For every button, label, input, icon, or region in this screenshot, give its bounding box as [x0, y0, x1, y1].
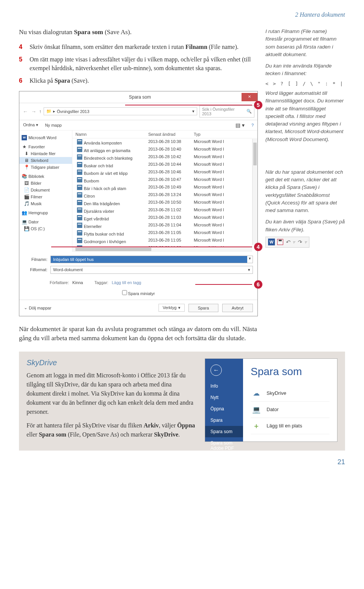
document-icon	[77, 238, 82, 243]
address-bar[interactable]: 📁 ▸ Övningsfiler 2013 ▾	[44, 107, 197, 115]
cancel-button[interactable]: Avbryt	[222, 304, 253, 312]
sidebar-item[interactable]: 🖥Skrivbord	[19, 157, 72, 164]
word-icon: W	[268, 239, 275, 245]
sidebar-item[interactable]: WMicrosoft Word	[19, 134, 72, 141]
horizontal-scrollbar[interactable]	[72, 247, 252, 252]
backstage-menu-item[interactable]: Öppna	[205, 403, 243, 415]
file-row[interactable]: Bär i häck och på stam2013-06-28 10:49Mi…	[72, 184, 257, 192]
document-icon	[77, 162, 82, 167]
file-row[interactable]: Buskar och träd2013-06-28 10:44Microsoft…	[72, 161, 257, 169]
page-number: 21	[19, 458, 345, 466]
filename-input[interactable]: Inbjudan till öppet hus▾	[50, 256, 253, 263]
document-icon	[77, 230, 82, 236]
save-button[interactable]: Spara	[188, 304, 218, 312]
sidebar-item[interactable]: 👥Hemgrupp	[19, 209, 72, 216]
backstage-menu-item[interactable]: Spara som Adobe PDF	[205, 437, 243, 454]
callout-6: 6	[254, 280, 262, 289]
file-row[interactable]: Godmorgon i lövhögen2013-06-28 11:05Micr…	[72, 237, 257, 245]
format-label: Filformat:	[24, 267, 50, 272]
sidebar-note-2: När du har sparat dokumentet och gett de…	[265, 168, 345, 248]
organize-menu[interactable]: Ordna ▾	[23, 123, 38, 127]
column-type[interactable]: Typ	[194, 132, 257, 137]
step-text: Om rätt mapp inte visas i adressfältet v…	[30, 55, 258, 72]
search-input[interactable]: Sök i Övningsfiler 2013 🔍	[199, 105, 254, 118]
word-icon: W	[22, 135, 27, 140]
file-row[interactable]: Använda komposten2013-06-28 10:38Microso…	[72, 138, 257, 146]
sidebar-item[interactable]: ★Favoriter	[19, 143, 72, 150]
sidebar-item[interactable]: 💾OS (C:)	[19, 225, 72, 232]
close-button[interactable]: ×	[242, 93, 257, 101]
sidebar-item[interactable]: 📄Dokument	[19, 187, 72, 193]
sidebar-item[interactable]: 🎵Musik	[19, 200, 72, 207]
help-button[interactable]: ?	[251, 123, 254, 127]
vertical-scrollbar[interactable]	[252, 139, 257, 245]
thumbnail-checkbox[interactable]	[122, 290, 127, 295]
column-name[interactable]: Namn	[72, 132, 148, 137]
file-row[interactable]: Djursäkra växter2013-06-28 11:02Microsof…	[72, 207, 257, 214]
file-row[interactable]: Att anlägga en gräsmatta2013-06-28 10:40…	[72, 146, 257, 154]
sidebar-item[interactable]: 📍Tidigare platser	[19, 164, 72, 171]
redo-icon: ↷	[297, 238, 302, 246]
backstage-menu-item[interactable]: Spara som	[205, 426, 243, 437]
save-location-option[interactable]: 💻Dator	[251, 402, 329, 418]
sidebar-item[interactable]: 🎬Filmer	[19, 193, 72, 200]
music-icon: 🎵	[24, 201, 29, 206]
chapter-header: 2 Hantera dokument	[19, 11, 345, 18]
drive-icon: 💾	[24, 226, 29, 231]
document-icon	[77, 200, 82, 205]
format-dropdown[interactable]: Word-dokument▾	[50, 266, 253, 274]
sidebar-item[interactable]: ⬇Hämtade filer	[19, 150, 72, 157]
save-location-option[interactable]: ＋Lägg till en plats	[251, 418, 329, 434]
step-list: 4 Skriv önskat filnamn, som ersätter den…	[19, 42, 258, 85]
search-icon: 🔍	[246, 109, 252, 114]
file-row[interactable]: Eget vårdträd2013-06-28 11:03Microsoft W…	[72, 214, 257, 222]
sidebar-item[interactable]: 📚Bibliotek	[19, 173, 72, 180]
library-icon: 📚	[22, 174, 27, 179]
callout-4: 4	[254, 243, 262, 251]
hide-folders-button[interactable]: ⌄Dölj mappar	[24, 305, 51, 310]
author-value[interactable]: Kinna	[72, 280, 83, 285]
homegroup-icon: 👥	[22, 210, 27, 215]
file-row[interactable]: Citron2013-06-28 13:24Microsoft Word I	[72, 192, 257, 199]
tools-menu[interactable]: Verktyg▾	[158, 304, 185, 312]
sidebar-item[interactable]: 💻Dator	[19, 218, 72, 225]
up-button[interactable]: ↑	[39, 109, 41, 114]
box-paragraph: För att hantera filer på SkyDrive visar …	[27, 421, 197, 439]
backstage-menu-item[interactable]: Nytt	[205, 392, 243, 403]
document-icon	[77, 147, 82, 152]
document-icon	[77, 139, 82, 145]
step-number: 6	[19, 76, 30, 85]
dialog-title: Spara som	[38, 94, 242, 100]
computer-icon: 💻	[251, 405, 262, 415]
continuation-text: När dokumentet är sparat kan du avsluta …	[19, 325, 262, 343]
backstage-menu-item[interactable]: Info	[205, 380, 243, 392]
tags-value[interactable]: Lägg till en tagg	[112, 280, 141, 285]
save-as-dialog: Spara som × ← → ↑ 📁 ▸ Övningsfiler 2013 …	[19, 91, 258, 316]
backstage-menu-item[interactable]: Spara	[205, 415, 243, 426]
document-icon	[77, 223, 82, 228]
recent-icon: 📍	[24, 165, 29, 170]
forward-button[interactable]: →	[31, 108, 37, 115]
document-icon	[77, 170, 82, 175]
view-button[interactable]: ▤ ▾	[235, 122, 245, 128]
box-paragraph: Genom att logga in med ditt Microsoft-ko…	[27, 371, 197, 416]
file-row[interactable]: Den lilla trädgården2013-06-28 10:50Micr…	[72, 199, 257, 207]
column-date[interactable]: Senast ändrad	[148, 132, 194, 137]
videos-icon: 🎬	[24, 194, 29, 199]
file-row[interactable]: Eterneller2013-06-28 11:04Microsoft Word…	[72, 222, 257, 229]
back-button[interactable]: ←	[210, 364, 222, 376]
back-button[interactable]: ←	[22, 108, 28, 115]
save-location-option[interactable]: ☁SkyDrive	[251, 385, 329, 402]
folder-icon: 📁	[46, 109, 52, 114]
pictures-icon: 🖼	[24, 181, 29, 186]
cloud-icon: ☁	[251, 388, 262, 398]
sidebar-note-1: I rutan Filnamn (File name) föreslår pro…	[265, 28, 345, 143]
file-row[interactable]: Flytta buskar och träd2013-06-28 11:05Mi…	[72, 229, 257, 237]
file-row[interactable]: Buxbom är värt ett klipp2013-06-28 10:46…	[72, 169, 257, 176]
computer-icon: 💻	[22, 219, 27, 225]
new-folder-button[interactable]: Ny mapp	[45, 123, 62, 127]
file-row[interactable]: Buxbom2013-06-28 10:47Microsoft Word I	[72, 176, 257, 184]
sidebar-item[interactable]: 🖼Bilder	[19, 180, 72, 187]
file-row[interactable]: Bindestreck och blanksteg2013-06-28 10:4…	[72, 154, 257, 161]
backstage-view: ← Info Nytt Öppna Spara Spara som Spara …	[205, 358, 337, 442]
